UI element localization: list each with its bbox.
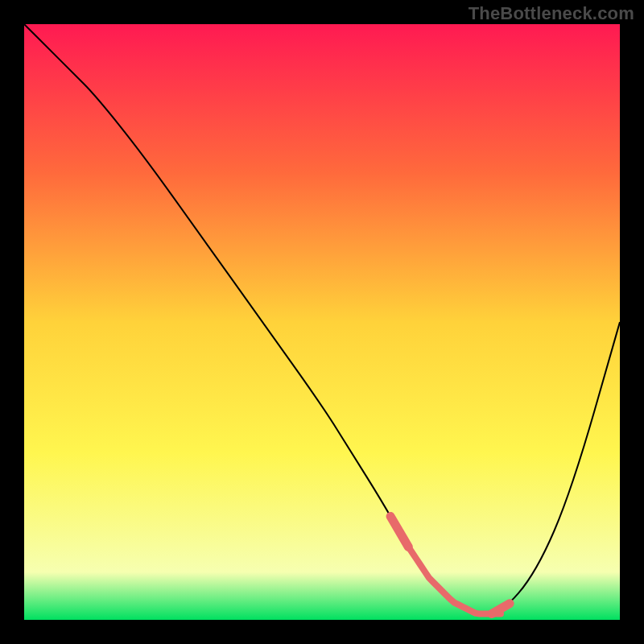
chart-background (24, 24, 620, 620)
watermark-text: TheBottleneck.com (469, 3, 634, 24)
chart-frame: TheBottleneck.com (0, 0, 644, 644)
chart-svg (24, 24, 620, 620)
plot-area (24, 24, 620, 620)
